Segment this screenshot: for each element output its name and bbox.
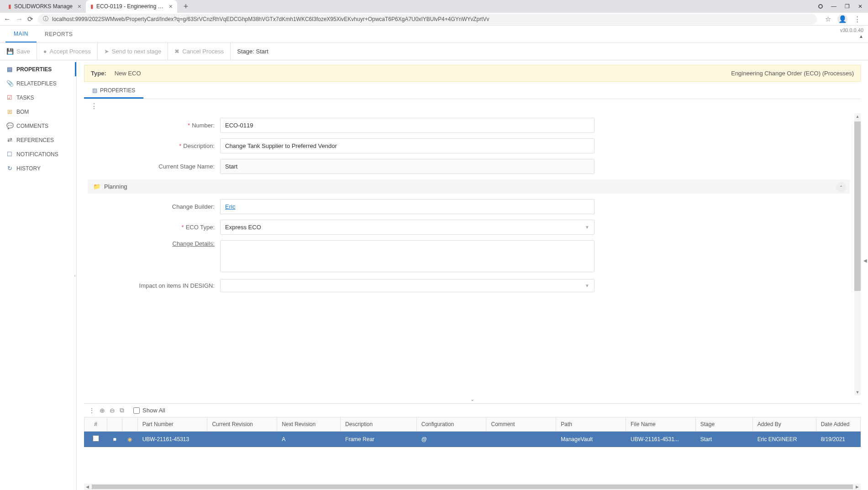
row-checkbox[interactable] [93,435,99,442]
paperclip-icon: 📎 [6,80,13,87]
forward-button[interactable]: → [16,15,23,23]
close-window-icon[interactable]: ✕ [858,3,863,10]
sidebar-item-notifications[interactable]: ☐ NOTIFICATIONS [0,147,76,161]
section-planning-header[interactable]: 📁 Planning ⌃ [88,179,850,194]
cell-configuration: @ [416,432,486,447]
col-addedby[interactable]: Added By [752,417,816,432]
profile-avatar[interactable]: 👤 [837,14,847,24]
changedetails-textarea[interactable] [220,240,594,272]
sidebar-item-history[interactable]: ↻ HISTORY [0,161,76,175]
sidebar: ▤ PROPERTIES 📎 RELATEDFILES ☑ TASKS ⊞ BO… [0,60,77,490]
show-all-toggle[interactable]: Show All [133,407,165,414]
properties-tab-icon: ▤ [92,87,97,94]
minimize-icon[interactable]: — [831,3,836,10]
sidebar-item-label: HISTORY [16,165,41,172]
new-tab-button[interactable]: + [180,0,192,12]
close-icon[interactable]: × [169,3,173,10]
history-icon: ↻ [6,165,13,172]
show-all-label: Show All [142,407,165,414]
description-label: *Description: [88,142,220,149]
browser-tab-0[interactable]: ▮ SOLIDWORKS Manage × [4,0,86,13]
changebuilder-label: Change Builder: [88,203,220,210]
tab-title: ECO-0119 - Engineering Change [96,3,166,10]
scroll-down-icon[interactable]: ▼ [854,389,861,395]
accept-process-button[interactable]: ● Accept Process [37,43,98,60]
scroll-left-icon[interactable]: ◀ [84,485,91,489]
number-input[interactable] [220,118,594,133]
grid-horizontal-scrollbar[interactable]: ◀ ▶ [84,484,861,490]
show-all-checkbox[interactable] [133,407,140,414]
back-button[interactable]: ← [4,15,11,23]
col-nextrev[interactable]: Next Revision [277,417,341,432]
grid-menu-icon[interactable]: ⋮ [89,407,95,414]
scroll-thumb[interactable] [854,121,861,291]
more-options-icon[interactable]: ⋮ [84,99,861,113]
col-icon1[interactable] [107,417,122,432]
expand-panel-icon[interactable]: ⌄ [84,395,861,403]
reload-button[interactable]: ⟳ [27,15,33,23]
col-partnumber[interactable]: Part Number [137,417,207,432]
description-input[interactable] [220,138,594,153]
maximize-icon[interactable]: ❐ [845,3,850,10]
col-configuration[interactable]: Configuration [416,417,486,432]
form-vertical-scrollbar[interactable]: ▲ ▼ [854,113,861,395]
col-path[interactable]: Path [556,417,626,432]
form-row-changebuilder: Change Builder: Eric [88,199,850,214]
grid-remove-icon[interactable]: ⊖ [110,407,115,414]
col-dateadded[interactable]: Date Added [816,417,860,432]
site-info-icon[interactable]: ⓘ [43,15,48,23]
sidebar-item-tasks[interactable]: ☑ TASKS [0,90,76,105]
sidebar-item-comments[interactable]: 💬 COMMENTS [0,119,76,133]
sidebar-collapse-icon[interactable]: ‹ [73,270,77,281]
right-panel-expand-icon[interactable]: ◀ [863,258,867,263]
col-num[interactable]: # [84,417,107,432]
form-row-impact: Impact on items IN DESIGN: ▼ [88,279,850,292]
menu-icon[interactable]: ⋮ [854,15,861,23]
cancel-process-button[interactable]: ✖ Cancel Process [168,43,231,60]
cell-stage: Start [695,432,752,447]
record-icon[interactable] [818,4,823,9]
tasks-icon: ☑ [6,94,13,101]
grid-copy-icon[interactable]: ⧉ [120,406,124,414]
grid-add-icon[interactable]: ⊕ [100,407,105,414]
sidebar-item-relatedfiles[interactable]: 📎 RELATEDFILES [0,76,76,90]
col-description[interactable]: Description [341,417,417,432]
sidebar-item-properties[interactable]: ▤ PROPERTIES [0,62,76,76]
collapse-header-icon[interactable]: ▲ [859,34,863,39]
tab-title: SOLIDWORKS Manage [14,3,75,10]
tab-main[interactable]: MAIN [5,26,37,42]
impact-select[interactable]: ▼ [220,279,594,292]
hscroll-thumb[interactable] [92,485,853,489]
tab-reports[interactable]: REPORTS [37,26,81,42]
tab-strip: ▮ SOLIDWORKS Manage × ▮ ECO-0119 - Engin… [0,0,868,13]
bookmark-icon[interactable]: ☆ [825,15,831,23]
stagename-input[interactable] [220,159,594,174]
sidebar-item-bom[interactable]: ⊞ BOM [0,105,76,119]
col-comment[interactable]: Comment [486,417,556,432]
changebuilder-link[interactable]: Eric [225,203,235,210]
number-label: *Number: [88,122,220,129]
grid-row[interactable]: ■ ◉ UBW-21161-45313 A Frame Rear @ Manag… [84,432,861,447]
scroll-right-icon[interactable]: ▶ [854,485,861,489]
send-next-stage-button[interactable]: ➤ Send to next stage [98,43,168,60]
type-banner: Type: New ECO Engineering Change Order (… [84,65,861,82]
col-stage[interactable]: Stage [695,417,752,432]
scroll-up-icon[interactable]: ▲ [854,113,861,120]
content-tab-properties[interactable]: ▤ PROPERTIES [84,84,143,99]
col-currentrev[interactable]: Current Revision [207,417,277,432]
sidebar-item-references[interactable]: ⇄ REFERENCES [0,133,76,147]
changedetails-label[interactable]: Change Details: [88,240,220,247]
properties-icon: ▤ [6,66,13,73]
section-collapse-icon[interactable]: ⌃ [836,182,846,192]
col-filename[interactable]: File Name [626,417,696,432]
save-button[interactable]: 💾 Save [0,43,37,60]
version-label: v30.0.0.40 [840,27,863,33]
ecotype-select[interactable]: Express ECO ▼ [220,220,594,235]
address-bar[interactable]: ⓘ localhost:9999/2022SWMweb/PropertyCard… [38,14,817,25]
close-icon[interactable]: × [78,3,81,10]
col-icon2[interactable] [122,417,137,432]
row-part-icon: ◉ [127,436,132,443]
row-status-icon: ■ [113,436,116,443]
grid-header-row: # Part Number Current Revision Next Revi… [84,417,861,432]
browser-tab-1[interactable]: ▮ ECO-0119 - Engineering Change × [86,0,177,13]
